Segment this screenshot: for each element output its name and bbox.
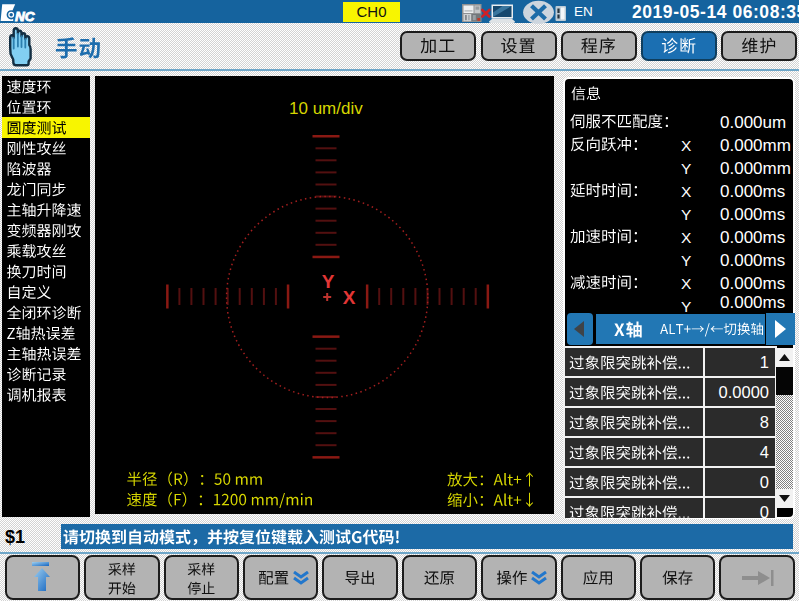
svg-text:NC: NC	[15, 9, 35, 24]
